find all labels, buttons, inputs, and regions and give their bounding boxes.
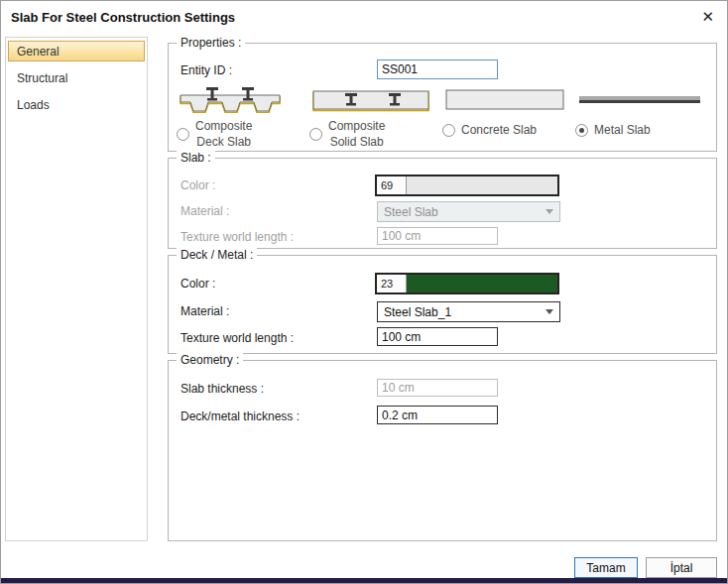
deck-color-label: Color : (181, 277, 215, 291)
geometry-group-title: Geometry : (177, 353, 243, 367)
entity-id-input[interactable] (377, 59, 498, 79)
deck-thickness-label: Deck/metal thickness : (181, 409, 300, 423)
slab-color-index: 69 (377, 176, 407, 194)
slab-thickness-label: Slab thickness : (181, 382, 264, 396)
slab-color-label: Color : (181, 178, 215, 192)
sidebar: General Structural Loads (5, 37, 148, 541)
slab-type-option-metal[interactable]: Metal Slab (575, 123, 706, 139)
slab-type-label: Metal Slab (594, 123, 651, 139)
deck-color-index: 23 (377, 275, 407, 292)
slab-material-value: Steel Slab (384, 205, 438, 219)
sidebar-item-loads[interactable]: Loads (8, 94, 145, 115)
slab-thickness-input[interactable] (377, 379, 498, 397)
slab-type-label: Concrete Slab (461, 123, 537, 139)
deck-texture-label: Texture world length : (181, 331, 294, 345)
deck-metal-group-title: Deck / Metal : (177, 248, 257, 262)
slab-group: Slab : Color : 69 Material : Steel Slab … (168, 158, 717, 249)
slab-texture-input[interactable] (377, 227, 498, 245)
chevron-down-icon (546, 309, 553, 314)
titlebar: Slab For Steel Construction Settings ✕ (1, 1, 727, 33)
ok-button-label: Tamam (586, 561, 625, 575)
radio-composite-deck-slab[interactable] (177, 128, 189, 141)
slab-material-label: Material : (181, 204, 229, 218)
cancel-button[interactable]: İptal (646, 557, 717, 578)
properties-group-title: Properties : (177, 36, 245, 50)
slab-type-option-composite-solid[interactable]: Composite Solid Slab (309, 119, 436, 150)
radio-composite-solid-slab[interactable] (309, 128, 322, 141)
slab-texture-label: Texture world length : (181, 230, 294, 244)
ok-button[interactable]: Tamam (574, 557, 638, 578)
slab-type-option-composite-deck[interactable]: Composite Deck Slab (177, 119, 292, 150)
slab-settings-dialog: { "window": { "title": "Slab For Steel C… (0, 0, 728, 584)
window-title: Slab For Steel Construction Settings (11, 10, 235, 25)
metal-slab-icon[interactable] (577, 85, 702, 113)
deck-texture-input[interactable] (377, 327, 498, 346)
composite-solid-slab-icon[interactable] (311, 85, 430, 113)
geometry-group: Geometry : Slab thickness : Deck/metal t… (168, 360, 717, 541)
slab-type-option-concrete[interactable]: Concrete Slab (442, 123, 573, 139)
deck-color-picker[interactable]: 23 (375, 273, 559, 294)
radio-concrete-slab[interactable] (442, 124, 455, 137)
deck-material-label: Material : (181, 304, 229, 318)
properties-group: Properties : Entity ID : Composite Deck … (168, 43, 717, 152)
sidebar-item-label: Structural (17, 71, 67, 85)
sidebar-item-general[interactable]: General (8, 41, 145, 61)
slab-type-label: Composite Deck Slab (195, 119, 252, 150)
entity-id-label: Entity ID : (181, 63, 232, 77)
close-icon[interactable]: ✕ (701, 8, 714, 26)
slab-color-picker[interactable]: 69 (375, 175, 559, 196)
composite-deck-slab-icon[interactable] (179, 85, 282, 113)
concrete-slab-icon[interactable] (444, 85, 565, 113)
slab-color-swatch (407, 176, 557, 194)
radio-metal-slab[interactable] (575, 124, 588, 137)
deck-thickness-input[interactable] (377, 406, 498, 424)
deck-color-swatch (407, 275, 557, 292)
sidebar-item-label: General (17, 45, 60, 58)
deck-metal-group: Deck / Metal : Color : 23 Material : Ste… (168, 255, 717, 354)
slab-material-dropdown[interactable]: Steel Slab (377, 201, 560, 222)
cancel-button-label: İptal (670, 561, 693, 575)
slab-type-label: Composite Solid Slab (328, 119, 385, 150)
deck-material-value: Steel Slab_1 (384, 305, 451, 319)
slab-group-title: Slab : (177, 151, 215, 165)
sidebar-item-label: Loads (17, 98, 50, 112)
window-bottom-edge (1, 578, 727, 583)
deck-material-dropdown[interactable]: Steel Slab_1 (377, 301, 560, 322)
sidebar-item-structural[interactable]: Structural (8, 67, 145, 88)
chevron-down-icon (546, 209, 553, 214)
